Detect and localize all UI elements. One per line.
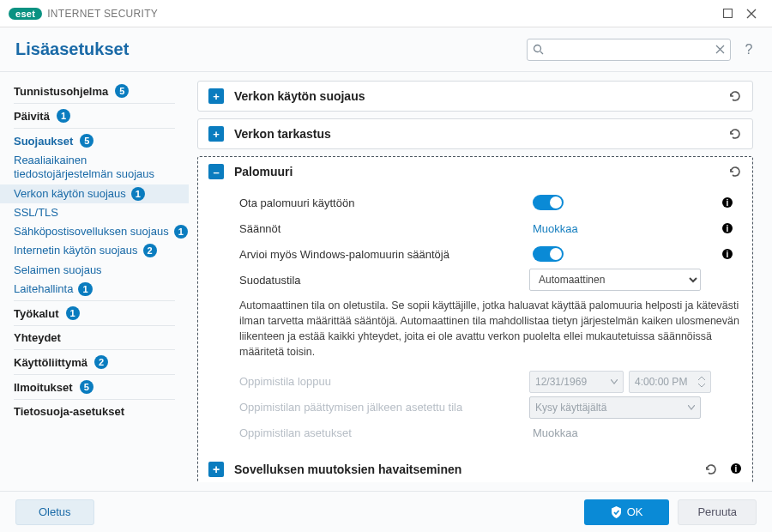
svg-point-1	[534, 45, 541, 52]
brand-badge: eset	[9, 8, 42, 20]
row-after-learning: Oppimistilan päättymisen jälkeen asetett…	[239, 395, 742, 420]
filtering-mode-description: Automaattinen tila on oletustila. Se sop…	[239, 293, 742, 369]
help-button[interactable]: ?	[741, 42, 757, 57]
restore-defaults-button[interactable]	[728, 89, 742, 103]
row-learning-settings: Oppimistilan asetukset Muokkaa	[239, 420, 742, 446]
shield-icon	[611, 506, 622, 518]
collapse-icon: –	[208, 164, 224, 179]
count-badge: 1	[78, 282, 92, 296]
sidebar-item-network-access[interactable]: Verkon käytön suojaus 1	[0, 184, 189, 203]
panel-network-inspection: + Verkon tarkastus	[197, 118, 753, 149]
sidebar-item-email-client[interactable]: Sähköpostisovelluksen suojaus 1	[14, 222, 189, 241]
square-icon	[723, 9, 733, 18]
info-button[interactable]: i	[721, 248, 742, 260]
footer: Oletus OK Peruuta	[0, 491, 772, 532]
count-badge: 5	[80, 380, 93, 394]
info-icon: i	[721, 222, 733, 234]
after-learning-select: Kysy käyttäjältä	[529, 396, 701, 419]
sidebar: Tunnistusohjelma 5 Päivitä 1 Suojaukset …	[0, 72, 189, 491]
search-icon	[533, 44, 544, 55]
panel-header[interactable]: + Verkon käytön suojaus	[198, 82, 752, 111]
learning-settings-link: Muokkaa	[533, 426, 578, 439]
count-badge: 2	[94, 355, 108, 369]
row-learning-end: Oppimistila loppuu 12/31/1969 4:00:00 PM	[239, 369, 742, 395]
titlebar: eset INTERNET SECURITY	[0, 0, 772, 27]
close-icon	[715, 45, 725, 54]
chevron-down-icon	[688, 405, 695, 410]
page-header: Lisäasetukset ?	[0, 27, 772, 72]
window-maximize-button[interactable]	[715, 3, 739, 24]
count-badge: 1	[57, 109, 70, 123]
window-close-button[interactable]	[739, 3, 763, 24]
expand-icon: +	[208, 126, 224, 142]
brand: eset INTERNET SECURITY	[9, 8, 158, 20]
undo-icon	[728, 89, 742, 103]
search-clear-button[interactable]	[715, 45, 725, 54]
panel-firewall: – Palomuuri Ota palomuuri käyttöön i	[197, 156, 753, 482]
row-rules: Säännöt Muokkaa i	[239, 215, 742, 241]
search-input[interactable]	[528, 39, 730, 60]
svg-text:i: i	[727, 250, 729, 259]
subpanel-app-changes[interactable]: + Sovelluksen muutoksien havaitseminen i	[198, 456, 752, 483]
info-button[interactable]: i	[730, 462, 742, 476]
panel-header[interactable]: + Verkon tarkastus	[198, 119, 752, 148]
content: + Verkon käytön suojaus + Verkon tarkast…	[189, 72, 772, 491]
learning-end-date: 12/31/1969	[529, 371, 624, 393]
sidebar-item-realtime-fs[interactable]: Reaaliaikainen tiedostojärjestelmän suoj…	[14, 151, 189, 184]
undo-icon	[728, 165, 742, 178]
sidebar-item-connections[interactable]: Yhteydet	[14, 328, 189, 348]
undo-icon	[728, 127, 742, 141]
toggle-enable-firewall[interactable]	[533, 195, 564, 210]
sidebar-item-protections[interactable]: Suojaukset 5	[14, 130, 189, 151]
toggle-windows-firewall[interactable]	[533, 246, 564, 262]
count-badge: 1	[174, 225, 188, 239]
panel-title: Palomuuri	[234, 165, 293, 178]
svg-text:i: i	[735, 463, 738, 473]
brand-name: INTERNET SECURITY	[47, 8, 158, 20]
sidebar-item-browser[interactable]: Selaimen suojaus	[14, 261, 189, 280]
panel-header[interactable]: – Palomuuri	[198, 157, 752, 186]
panel-title: Verkon käytön suojaus	[234, 89, 365, 103]
row-enable-firewall: Ota palomuuri käyttöön i	[239, 190, 742, 215]
info-button[interactable]: i	[721, 222, 742, 234]
stepper-icon	[698, 377, 705, 387]
restore-defaults-button[interactable]	[728, 127, 742, 141]
count-badge: 1	[131, 187, 145, 201]
sidebar-item-detection-engine[interactable]: Tunnistusohjelma 5	[14, 81, 189, 101]
count-badge: 5	[80, 134, 93, 148]
chevron-down-icon	[611, 379, 618, 384]
restore-defaults-button[interactable]	[728, 165, 742, 178]
default-button[interactable]: Oletus	[15, 499, 94, 525]
sidebar-item-update[interactable]: Päivitä 1	[14, 106, 189, 126]
sidebar-item-privacy[interactable]: Tietosuoja-asetukset	[14, 402, 189, 421]
count-badge: 2	[143, 244, 157, 257]
sidebar-item-ssl-tls[interactable]: SSL/TLS	[14, 203, 189, 222]
undo-icon	[704, 462, 718, 476]
sidebar-item-device-control[interactable]: Laitehallinta 1	[14, 280, 189, 299]
panel-title: Verkon tarkastus	[234, 127, 331, 141]
learning-end-time: 4:00:00 PM	[629, 371, 711, 393]
search-box[interactable]	[527, 39, 731, 61]
ok-button[interactable]: OK	[584, 499, 670, 525]
cancel-button[interactable]: Peruuta	[678, 499, 757, 525]
count-badge: 5	[115, 84, 129, 98]
info-icon: i	[721, 196, 733, 209]
page-title: Lisäasetukset	[15, 39, 129, 59]
edit-rules-link[interactable]: Muokkaa	[533, 222, 578, 235]
sidebar-item-tools[interactable]: Työkalut 1	[14, 303, 189, 323]
sidebar-item-ui[interactable]: Käyttöliittymä 2	[14, 352, 189, 372]
row-windows-firewall: Arvioi myös Windows-palomuurin sääntöjä …	[239, 241, 742, 267]
filtering-mode-select[interactable]: Automaattinen	[529, 269, 701, 291]
sidebar-item-notifications[interactable]: Ilmoitukset 5	[14, 377, 189, 397]
restore-defaults-button[interactable]	[704, 462, 718, 476]
row-filtering-mode: Suodatustila Automaattinen	[239, 267, 742, 293]
expand-icon: +	[208, 88, 224, 104]
count-badge: 1	[66, 306, 80, 320]
info-icon: i	[730, 462, 742, 475]
sidebar-item-web-access[interactable]: Internetin käytön suojaus 2	[14, 241, 189, 260]
panel-body: Ota palomuuri käyttöön i Säännöt Muokkaa…	[198, 186, 752, 456]
info-button[interactable]: i	[721, 196, 742, 209]
close-icon	[746, 9, 757, 19]
subpanel-title: Sovelluksen muutoksien havaitseminen	[234, 462, 461, 476]
svg-rect-0	[723, 9, 732, 18]
